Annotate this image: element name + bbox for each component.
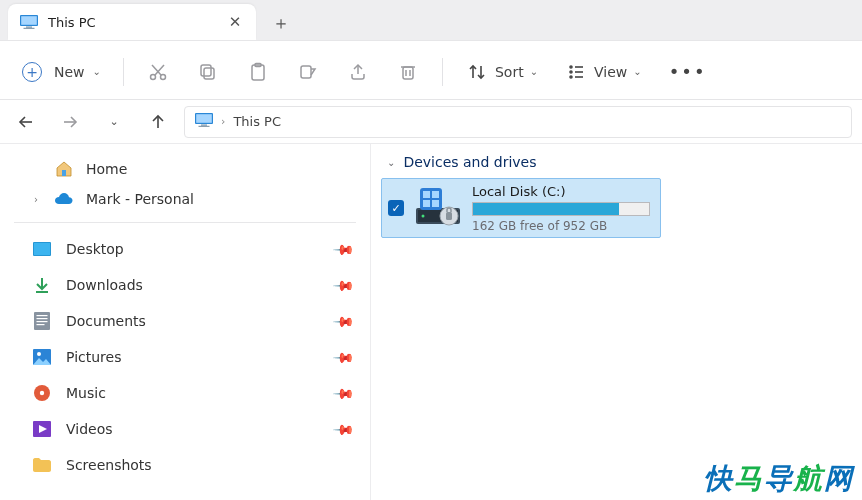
svg-rect-38 bbox=[37, 318, 48, 319]
sidebar-item-documents[interactable]: Documents 📌 bbox=[8, 303, 362, 339]
view-label: View bbox=[594, 64, 627, 80]
breadcrumb-this-pc[interactable]: This PC bbox=[233, 114, 281, 129]
sidebar-item-label: Documents bbox=[66, 313, 146, 329]
drive-name: Local Disk (C:) bbox=[472, 184, 650, 199]
pin-icon: 📌 bbox=[332, 273, 355, 296]
sidebar-item-screenshots[interactable]: Screenshots bbox=[8, 447, 362, 483]
share-button[interactable] bbox=[336, 52, 380, 92]
tab-this-pc[interactable]: This PC ✕ bbox=[8, 4, 256, 40]
separator bbox=[442, 58, 443, 86]
svg-rect-33 bbox=[34, 243, 50, 255]
sidebar-item-onedrive[interactable]: › Mark - Personal bbox=[8, 184, 362, 214]
svg-point-20 bbox=[570, 71, 572, 73]
sidebar-item-downloads[interactable]: Downloads 📌 bbox=[8, 267, 362, 303]
svg-rect-56 bbox=[446, 212, 452, 220]
sidebar-item-label: Music bbox=[66, 385, 106, 401]
new-tab-button[interactable]: ＋ bbox=[264, 6, 298, 40]
plus-circle-icon: + bbox=[22, 62, 42, 82]
documents-icon bbox=[32, 311, 52, 331]
chevron-down-icon: ⌄ bbox=[633, 66, 641, 77]
svg-rect-8 bbox=[204, 68, 214, 79]
sidebar-item-label: Mark - Personal bbox=[86, 191, 194, 207]
sort-button[interactable]: Sort ⌄ bbox=[455, 52, 548, 92]
drive-info: Local Disk (C:) 162 GB free of 952 GB bbox=[472, 184, 650, 233]
sidebar-item-label: Home bbox=[86, 161, 127, 177]
svg-rect-2 bbox=[26, 26, 32, 27]
pin-icon: 📌 bbox=[332, 237, 355, 260]
svg-point-4 bbox=[150, 74, 155, 79]
navigation-bar: ⌄ › This PC bbox=[0, 100, 862, 144]
view-list-icon bbox=[564, 60, 588, 84]
svg-point-5 bbox=[160, 74, 165, 79]
sidebar-item-desktop[interactable]: Desktop 📌 bbox=[8, 231, 362, 267]
selection-checkbox[interactable]: ✓ bbox=[388, 200, 404, 216]
svg-rect-30 bbox=[199, 126, 210, 127]
svg-rect-54 bbox=[432, 200, 439, 207]
svg-rect-13 bbox=[403, 67, 413, 79]
sidebar-item-pictures[interactable]: Pictures 📌 bbox=[8, 339, 362, 375]
svg-rect-52 bbox=[432, 191, 439, 198]
sidebar-item-videos[interactable]: Videos 📌 bbox=[8, 411, 362, 447]
videos-icon bbox=[32, 419, 52, 439]
content-pane: ⌄ Devices and drives ✓ Local Di bbox=[371, 144, 862, 500]
recent-locations-button[interactable]: ⌄ bbox=[96, 104, 132, 140]
pin-icon: 📌 bbox=[332, 309, 355, 332]
back-button[interactable] bbox=[8, 104, 44, 140]
tab-title: This PC bbox=[48, 15, 214, 30]
sidebar-item-home[interactable]: Home bbox=[8, 154, 362, 184]
svg-rect-29 bbox=[201, 124, 207, 125]
drive-free-text: 162 GB free of 952 GB bbox=[472, 219, 650, 233]
delete-button[interactable] bbox=[386, 52, 430, 92]
share-icon bbox=[346, 60, 370, 84]
navigation-pane: Home › Mark - Personal Desktop 📌 bbox=[0, 144, 370, 500]
forward-button[interactable] bbox=[52, 104, 88, 140]
up-button[interactable] bbox=[140, 104, 176, 140]
sort-icon bbox=[465, 60, 489, 84]
address-bar[interactable]: › This PC bbox=[184, 106, 852, 138]
new-button[interactable]: + New ⌄ bbox=[12, 52, 111, 92]
more-button[interactable]: ••• bbox=[666, 52, 710, 92]
sidebar-item-label: Videos bbox=[66, 421, 113, 437]
music-icon bbox=[32, 383, 52, 403]
svg-point-18 bbox=[570, 66, 572, 68]
scissors-icon bbox=[146, 60, 170, 84]
svg-rect-53 bbox=[423, 200, 430, 207]
onedrive-icon bbox=[54, 189, 74, 209]
command-bar: + New ⌄ Sort ⌄ bbox=[0, 44, 862, 100]
rename-icon bbox=[296, 60, 320, 84]
svg-rect-1 bbox=[21, 16, 37, 25]
svg-point-22 bbox=[570, 76, 572, 78]
paste-button[interactable] bbox=[236, 52, 280, 92]
home-icon bbox=[54, 159, 74, 179]
cut-button[interactable] bbox=[136, 52, 180, 92]
sidebar-item-music[interactable]: Music 📌 bbox=[8, 375, 362, 411]
close-tab-button[interactable]: ✕ bbox=[224, 11, 246, 33]
new-label: New bbox=[54, 64, 85, 80]
folder-icon bbox=[32, 455, 52, 475]
sidebar-item-label: Pictures bbox=[66, 349, 121, 365]
pin-icon: 📌 bbox=[332, 417, 355, 440]
view-button[interactable]: View ⌄ bbox=[554, 52, 652, 92]
sidebar-item-label: Screenshots bbox=[66, 457, 152, 473]
trash-icon bbox=[396, 60, 420, 84]
svg-rect-3 bbox=[24, 28, 35, 29]
drive-local-disk-c[interactable]: ✓ Local Disk (C:) bbox=[381, 178, 661, 238]
chevron-down-icon: ⌄ bbox=[387, 157, 395, 168]
desktop-icon bbox=[32, 239, 52, 259]
chevron-right-icon[interactable]: › bbox=[30, 194, 42, 205]
svg-point-49 bbox=[422, 215, 425, 218]
drive-usage-fill bbox=[473, 203, 619, 215]
svg-rect-40 bbox=[37, 324, 45, 325]
drive-icon bbox=[414, 186, 462, 230]
rename-button[interactable] bbox=[286, 52, 330, 92]
clipboard-icon bbox=[246, 60, 270, 84]
chevron-down-icon: ⌄ bbox=[530, 66, 538, 77]
section-devices-header[interactable]: ⌄ Devices and drives bbox=[381, 154, 850, 170]
svg-rect-31 bbox=[62, 170, 66, 176]
downloads-icon bbox=[32, 275, 52, 295]
svg-rect-12 bbox=[301, 66, 311, 78]
svg-rect-28 bbox=[196, 114, 212, 123]
svg-rect-37 bbox=[37, 315, 48, 316]
copy-button[interactable] bbox=[186, 52, 230, 92]
quick-access: Desktop 📌 Downloads 📌 Documents 📌 bbox=[8, 231, 362, 483]
